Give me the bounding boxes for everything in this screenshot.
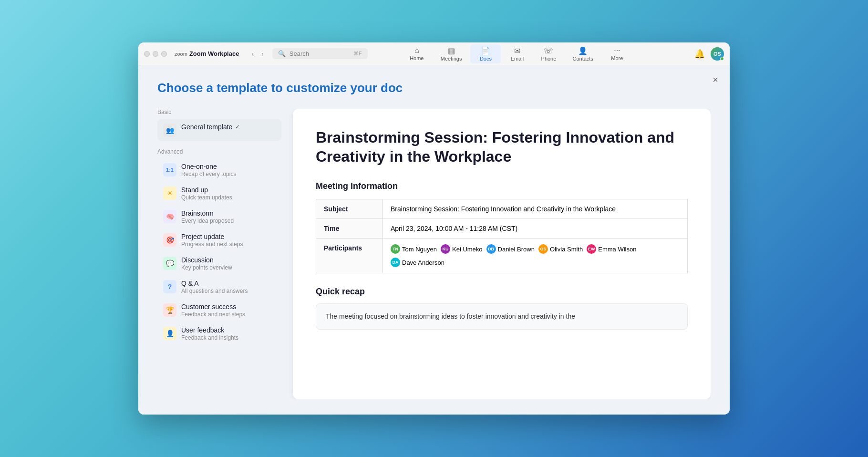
- more-icon: ···: [614, 46, 620, 55]
- template-item-stand-up[interactable]: ☀ Stand up Quick team updates: [157, 182, 281, 205]
- discussion-desc: Key points overview: [181, 264, 276, 271]
- time-value: April 23, 2024, 10:00 AM - 11:28 AM (CST…: [383, 219, 688, 239]
- one-on-one-text: One-on-one Recap of every topics: [181, 163, 276, 177]
- minimize-traffic-light[interactable]: [153, 51, 158, 57]
- nav-phone-label: Phone: [541, 56, 557, 62]
- project-update-name: Project update: [181, 233, 276, 240]
- zoom-logo-small: zoom: [175, 51, 187, 57]
- notification-bell-icon[interactable]: 🔔: [694, 49, 705, 59]
- discussion-text: Discussion Key points overview: [181, 256, 276, 271]
- subject-value: Brainstorming Session: Fostering Innovat…: [383, 199, 688, 219]
- search-input[interactable]: [289, 50, 347, 57]
- nav-home-label: Home: [410, 55, 424, 61]
- contacts-icon: 👤: [578, 46, 588, 55]
- email-icon: ✉: [514, 46, 520, 55]
- template-item-qa[interactable]: ? Q & A All questions and answers: [157, 276, 281, 298]
- nav-contacts[interactable]: 👤 Contacts: [565, 44, 600, 63]
- close-traffic-light[interactable]: [144, 51, 150, 57]
- qa-icon: ?: [163, 280, 176, 293]
- discussion-icon: 💬: [163, 257, 176, 270]
- discussion-name: Discussion: [181, 256, 276, 264]
- template-item-one-on-one[interactable]: 1:1 One-on-one Recap of every topics: [157, 159, 281, 181]
- participant-daniel-avatar: DB: [486, 244, 496, 254]
- app-window: zoom Zoom Workplace ‹ › 🔍 ⌘F ⌂ Home ▦ Me…: [138, 42, 730, 415]
- advanced-section-label: Advanced: [157, 148, 281, 155]
- nav-arrows: ‹ ›: [248, 49, 266, 59]
- stand-up-icon: ☀: [163, 187, 176, 200]
- nav-docs-label: Docs: [480, 56, 492, 62]
- participant-olivia-avatar: OS: [538, 244, 548, 254]
- zoom-logo-brand: Zoom Workplace: [189, 50, 239, 57]
- participants-cell: TN Tom Nguyen KU Kei Umeko D: [391, 244, 680, 267]
- participant-daniel-name: Daniel Brown: [498, 246, 535, 253]
- home-icon: ⌂: [414, 46, 419, 55]
- participant-kei: KU Kei Umeko: [441, 244, 483, 254]
- nav-home[interactable]: ⌂ Home: [402, 44, 432, 63]
- nav-phone[interactable]: ☏ Phone: [533, 44, 564, 63]
- stand-up-desc: Quick team updates: [181, 194, 276, 201]
- template-item-project-update[interactable]: 🎯 Project update Progress and next steps: [157, 229, 281, 251]
- project-update-text: Project update Progress and next steps: [181, 233, 276, 248]
- template-preview: Brainstorming Session: Fostering Innovat…: [293, 109, 711, 399]
- time-label: Time: [316, 219, 383, 239]
- nav-meetings[interactable]: ▦ Meetings: [433, 44, 470, 63]
- nav-more-label: More: [611, 55, 623, 61]
- participant-kei-name: Kei Umeko: [452, 246, 483, 253]
- advanced-section: Advanced 1:1 One-on-one Recap of every t…: [157, 148, 281, 345]
- participant-daniel: DB Daniel Brown: [486, 244, 535, 254]
- participant-emma-name: Emma Wilson: [598, 246, 636, 253]
- one-on-one-name: One-on-one: [181, 163, 276, 170]
- one-on-one-icon: 1:1: [163, 163, 176, 177]
- brainstorm-icon: 🧠: [163, 210, 176, 223]
- meeting-info-title: Meeting Information: [316, 181, 688, 191]
- brainstorm-name: Brainstorm: [181, 209, 276, 217]
- qa-desc: All questions and answers: [181, 288, 276, 294]
- project-update-desc: Progress and next steps: [181, 241, 276, 248]
- participant-tom-avatar: TN: [391, 244, 400, 254]
- nav-contacts-label: Contacts: [572, 56, 593, 62]
- user-feedback-name: User feedback: [181, 326, 276, 334]
- avatar[interactable]: OS: [711, 47, 724, 61]
- general-template-text: General template ✓: [181, 123, 276, 131]
- zoom-logo: zoom Zoom Workplace: [175, 50, 239, 57]
- participant-dave: DA Dave Anderson: [391, 258, 444, 267]
- qa-text: Q & A All questions and answers: [181, 280, 276, 294]
- user-feedback-icon: 👤: [163, 327, 176, 340]
- general-template-name: General template ✓: [181, 123, 276, 131]
- participant-olivia: OS Olivia Smith: [538, 244, 583, 254]
- one-on-one-desc: Recap of every topics: [181, 171, 276, 177]
- nav-email-label: Email: [511, 56, 524, 62]
- nav-email[interactable]: ✉ Email: [502, 44, 532, 63]
- stand-up-text: Stand up Quick team updates: [181, 186, 276, 201]
- participant-kei-avatar: KU: [441, 244, 450, 254]
- titlebar: zoom Zoom Workplace ‹ › 🔍 ⌘F ⌂ Home ▦ Me…: [138, 42, 730, 65]
- stand-up-name: Stand up: [181, 186, 276, 194]
- preview-title: Brainstorming Session: Fostering Innovat…: [316, 128, 688, 166]
- nav-docs[interactable]: 📄 Docs: [470, 44, 501, 63]
- participant-tom-name: Tom Nguyen: [402, 246, 437, 253]
- template-item-customer-success[interactable]: 🏆 Customer success Feedback and next ste…: [157, 299, 281, 322]
- basic-section-label: Basic: [157, 109, 281, 115]
- nav-meetings-label: Meetings: [441, 56, 462, 62]
- forward-button[interactable]: ›: [258, 49, 267, 59]
- traffic-lights: [144, 51, 167, 57]
- template-item-discussion[interactable]: 💬 Discussion Key points overview: [157, 252, 281, 275]
- search-bar[interactable]: 🔍 ⌘F: [272, 48, 368, 59]
- meeting-info-table: Subject Brainstorming Session: Fostering…: [316, 199, 688, 273]
- back-button[interactable]: ‹: [248, 49, 257, 59]
- template-layout: Basic 👥 General template ✓ Adv: [157, 109, 711, 399]
- qa-name: Q & A: [181, 280, 276, 287]
- table-row-participants: Participants TN Tom Nguyen KU: [316, 239, 688, 273]
- recap-box: The meeting focused on brainstorming ide…: [316, 303, 688, 330]
- nav-more[interactable]: ··· More: [602, 44, 632, 63]
- maximize-traffic-light[interactable]: [161, 51, 167, 57]
- template-item-user-feedback[interactable]: 👤 User feedback Feedback and insights: [157, 322, 281, 345]
- quick-recap-title: Quick recap: [316, 287, 688, 297]
- template-item-brainstorm[interactable]: 🧠 Brainstorm Every idea proposed: [157, 206, 281, 228]
- subject-label: Subject: [316, 199, 383, 219]
- template-item-general[interactable]: 👥 General template ✓: [157, 119, 281, 141]
- user-feedback-text: User feedback Feedback and insights: [181, 326, 276, 341]
- close-button[interactable]: ×: [713, 75, 718, 84]
- brainstorm-desc: Every idea proposed: [181, 218, 276, 224]
- meetings-icon: ▦: [448, 46, 455, 55]
